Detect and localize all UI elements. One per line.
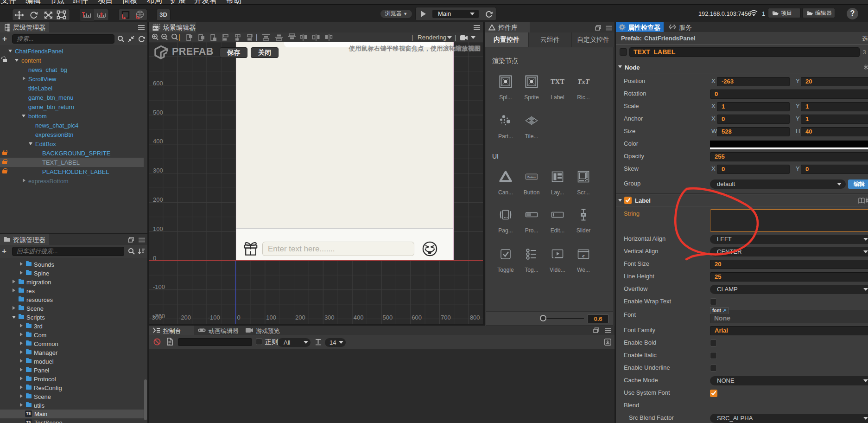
svg-text:TXT: TXT [551, 78, 564, 85]
svg-text:Button: Button [527, 176, 535, 179]
svg-text:e: e [583, 253, 585, 258]
svg-text:TxT: TxT [577, 78, 590, 85]
